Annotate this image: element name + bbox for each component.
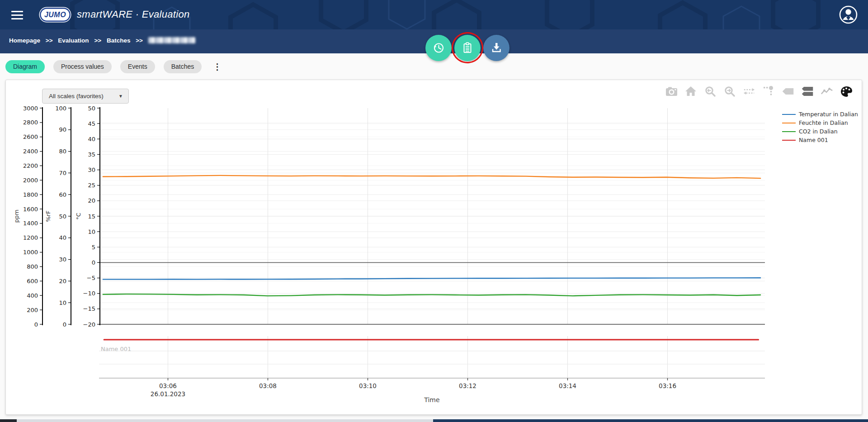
svg-text:03:08: 03:08 [259,382,277,389]
legend-line-sample [782,114,796,115]
svg-text:90: 90 [59,126,66,133]
svg-text:0: 0 [92,259,95,266]
svg-text:35: 35 [88,151,95,158]
breadcrumb-homepage[interactable]: Homepage [9,37,40,44]
tab-diagram[interactable]: Diagram [5,60,45,73]
svg-text:15: 15 [88,213,95,220]
tabs-overflow-menu-icon[interactable]: ⋮ [210,62,224,72]
breadcrumb-evaluation[interactable]: Evaluation [58,37,89,44]
svg-text:Time: Time [424,396,439,403]
legend-label: Temperatur in Dalian [799,111,858,118]
breadcrumb-batch-name-redacted [148,37,195,43]
history-icon [432,41,445,55]
legend-item[interactable]: Temperatur in Dalian [782,110,858,119]
scrollbar-thumb[interactable] [17,419,433,422]
svg-text:−20: −20 [83,321,95,328]
download-icon [490,41,503,55]
menu-hamburger-button[interactable] [7,6,27,24]
tab-process-values[interactable]: Process values [53,60,112,73]
svg-text:20: 20 [59,278,66,284]
breadcrumb-separator: >> [94,37,101,44]
svg-text:50: 50 [59,213,66,220]
svg-text:45: 45 [88,120,95,127]
scrollbar-corner [0,419,17,422]
svg-text:2400: 2400 [23,148,38,155]
legend-line-sample [782,123,796,123]
svg-text:03:16: 03:16 [659,382,676,389]
svg-text:1800: 1800 [23,191,38,198]
legend-line-sample [782,140,796,141]
jumo-logo: JUMO [40,8,71,22]
svg-text:26.01.2023: 26.01.2023 [151,390,185,398]
breadcrumb-batches[interactable]: Batches [107,37,131,44]
jumo-logo-text: JUMO [44,11,66,19]
svg-text:400: 400 [27,292,38,299]
product-title: smartWARE · Evaluation [77,9,190,20]
svg-text:−15: −15 [83,305,95,312]
tab-batches[interactable]: Batches [164,60,202,73]
svg-text:03:10: 03:10 [359,382,377,389]
svg-text:60: 60 [59,191,66,198]
svg-text:600: 600 [27,278,38,284]
svg-text:°C: °C [75,213,82,220]
svg-text:ppm: ppm [13,209,20,223]
svg-text:10: 10 [59,299,66,306]
svg-text:03:12: 03:12 [459,382,476,389]
svg-text:0: 0 [34,321,38,328]
svg-text:30: 30 [59,256,66,263]
svg-text:03:06: 03:06 [159,382,177,389]
svg-text:%rF: %rF [45,210,52,222]
svg-text:200: 200 [27,307,38,313]
user-avatar-icon[interactable] [839,5,858,24]
download-button[interactable] [483,35,509,61]
breadcrumb-separator: >> [46,37,53,44]
legend-label: CO2 in Dalian [799,128,838,135]
svg-text:1400: 1400 [23,220,38,227]
svg-text:2600: 2600 [23,133,38,140]
svg-text:50: 50 [88,105,95,112]
svg-text:1200: 1200 [23,234,38,241]
svg-text:30: 30 [88,166,95,173]
legend-item[interactable]: Name 001 [782,136,858,144]
svg-text:800: 800 [27,263,38,270]
breadcrumb-separator: >> [136,37,143,44]
legend-item[interactable]: Feuchte in Dalian [782,119,858,127]
legend-label: Name 001 [799,137,828,143]
svg-text:−10: −10 [83,290,95,297]
svg-text:1600: 1600 [23,206,38,213]
svg-text:1000: 1000 [23,249,38,256]
svg-text:25: 25 [88,182,95,189]
clipboard-icon [461,41,474,55]
legend-label: Feuchte in Dalian [799,119,848,126]
breadcrumb: Homepage >> Evaluation >> Batches >> [9,37,195,44]
diagram-panel: All scales (favorites) ▼ [5,80,862,415]
svg-text:10: 10 [88,228,95,235]
svg-text:2800: 2800 [23,119,38,126]
svg-text:−5: −5 [87,275,95,281]
svg-text:40: 40 [88,136,95,142]
clipboard-button[interactable] [454,35,481,61]
legend-line-sample [782,131,796,132]
svg-text:2000: 2000 [23,177,38,184]
bottom-scrollbar [0,419,868,422]
chart-plot-area[interactable]: 0200400600800100012001400160018002000220… [6,80,863,415]
svg-text:03:14: 03:14 [559,382,576,389]
svg-text:3000: 3000 [23,105,38,112]
svg-text:70: 70 [59,170,66,176]
svg-text:80: 80 [59,148,66,155]
tab-events[interactable]: Events [120,60,155,73]
svg-text:40: 40 [59,234,66,241]
svg-text:2200: 2200 [23,162,38,169]
legend-item[interactable]: CO2 in Dalian [782,127,858,136]
app-root: JUMO smartWARE · Evaluation Homepage >> … [0,0,868,422]
svg-text:Name 001: Name 001 [101,346,131,352]
chart-legend: Temperatur in DalianFeuchte in DalianCO2… [782,110,858,144]
history-button[interactable] [425,35,452,61]
svg-text:0: 0 [63,321,66,328]
svg-text:5: 5 [92,244,95,251]
svg-text:20: 20 [88,197,95,204]
svg-text:100: 100 [55,105,66,112]
app-header: JUMO smartWARE · Evaluation [0,0,868,29]
